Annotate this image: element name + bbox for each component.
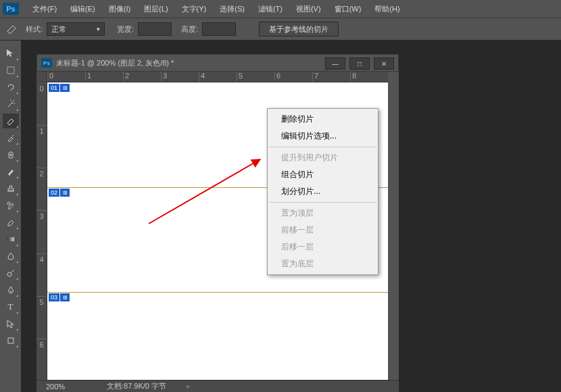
stamp-tool[interactable]	[3, 181, 19, 196]
history-brush-tool[interactable]	[3, 198, 19, 213]
svg-rect-5	[8, 338, 14, 343]
context-menu-item: 提升到用户切片	[268, 149, 378, 166]
menu-edit[interactable]: 编辑(E)	[64, 4, 102, 14]
width-label: 宽度:	[117, 24, 134, 34]
ruler-tick: 4	[199, 72, 237, 82]
menu-select[interactable]: 选择(S)	[213, 4, 251, 14]
ruler-horizontal: 012345678	[47, 72, 388, 82]
svg-point-2	[7, 202, 10, 205]
ruler-tick: 2	[123, 72, 161, 82]
menubar: Ps 文件(F) 编辑(E) 图像(I) 图层(L) 文字(Y) 选择(S) 滤…	[0, 0, 561, 18]
ruler-tick: 6	[36, 339, 47, 381]
marquee-tool[interactable]	[3, 63, 19, 78]
slice-badge[interactable]: 02⊞	[49, 189, 70, 197]
healing-tool[interactable]	[3, 147, 19, 162]
ruler-vertical: 0123456	[36, 82, 47, 381]
shape-tool[interactable]	[3, 333, 19, 348]
doc-ps-icon: Ps	[41, 58, 52, 68]
menu-filter[interactable]: 滤镜(T)	[251, 4, 289, 14]
width-input[interactable]	[138, 22, 172, 36]
app-logo: Ps	[3, 3, 19, 15]
ruler-tick: 3	[161, 72, 199, 82]
zoom-level[interactable]: 200%	[46, 383, 87, 391]
document-tab[interactable]: Ps 未标题-1 @ 200% (图层 2, 灰色/8) * — □ ✕	[36, 54, 399, 72]
ruler-tick: 6	[274, 72, 312, 82]
gradient-tool[interactable]	[3, 232, 19, 247]
slice-number: 01	[49, 84, 59, 92]
slice-divider[interactable]	[47, 292, 388, 293]
menu-type[interactable]: 文字(Y)	[175, 4, 214, 14]
context-menu-item: 置为底层	[268, 255, 378, 272]
context-menu-item: 前移一层	[268, 222, 378, 239]
slice-tool[interactable]	[3, 114, 19, 128]
slice-badge[interactable]: 03⊞	[49, 293, 70, 301]
menu-separator	[268, 147, 377, 147]
slice-type-icon: ⊞	[60, 293, 70, 301]
pen-tool[interactable]	[3, 283, 19, 297]
menu-help[interactable]: 帮助(H)	[368, 4, 406, 14]
options-bar: 样式: 正常 宽度: 高度: 基于参考线的切片	[0, 18, 561, 41]
menu-separator	[268, 202, 377, 203]
menu-layer[interactable]: 图层(L)	[137, 4, 174, 14]
svg-point-4	[7, 272, 11, 276]
status-bar: 200% 文档:87.9K/0 字节 ▸	[36, 380, 399, 392]
menu-image[interactable]: 图像(I)	[102, 4, 137, 14]
document-title: 未标题-1 @ 200% (图层 2, 灰色/8) *	[56, 58, 174, 68]
slice-tool-icon	[4, 21, 20, 37]
slice-type-icon: ⊞	[60, 84, 70, 92]
ruler-corner	[36, 72, 47, 82]
doc-size: 文档:87.9K/0 字节	[107, 381, 166, 391]
blur-tool[interactable]	[3, 249, 19, 264]
style-select[interactable]: 正常	[47, 22, 105, 36]
magic-wand-tool[interactable]	[3, 97, 19, 112]
context-menu-item[interactable]: 编辑切片选项...	[268, 128, 378, 145]
eraser-tool[interactable]	[3, 215, 19, 230]
ruler-tick: 1	[36, 125, 47, 168]
context-menu-item: 后移一层	[268, 239, 378, 255]
slice-number: 02	[49, 189, 59, 197]
move-tool[interactable]	[3, 46, 19, 61]
menu-view[interactable]: 视图(V)	[289, 4, 328, 14]
status-chevron-icon[interactable]: ▸	[187, 382, 191, 391]
context-menu-item: 置为顶层	[268, 205, 378, 222]
ruler-tick: 3	[36, 210, 47, 253]
ruler-tick: 1	[85, 72, 123, 82]
ruler-tick: 5	[237, 72, 274, 82]
slice-number: 03	[49, 293, 59, 301]
menu-file[interactable]: 文件(F)	[26, 4, 64, 14]
ruler-tick: 0	[47, 72, 85, 82]
minimize-button[interactable]: —	[325, 57, 345, 70]
close-button[interactable]: ✕	[374, 57, 394, 70]
type-tool[interactable]: T	[3, 299, 19, 314]
height-label: 高度:	[181, 24, 198, 34]
toolbox: T	[0, 41, 22, 392]
context-menu-item[interactable]: 划分切片...	[268, 183, 378, 200]
context-menu: 删除切片编辑切片选项...提升到用户切片组合切片划分切片...置为顶层前移一层后…	[267, 108, 379, 275]
maximize-button[interactable]: □	[349, 57, 370, 70]
svg-rect-3	[7, 237, 14, 241]
slice-badge[interactable]: 01⊞	[49, 84, 70, 92]
eyedropper-tool[interactable]	[3, 130, 19, 145]
slice-from-guides-button[interactable]: 基于参考线的切片	[259, 22, 339, 36]
ruler-tick: 0	[36, 82, 47, 125]
height-input[interactable]	[202, 22, 236, 36]
lasso-tool[interactable]	[3, 80, 19, 95]
ruler-tick: 7	[312, 72, 350, 82]
ruler-tick: 8	[350, 72, 388, 82]
ruler-tick: 4	[36, 253, 47, 296]
ruler-tick: 2	[36, 168, 47, 210]
context-menu-item[interactable]: 删除切片	[268, 111, 378, 128]
style-label: 样式:	[26, 24, 43, 34]
context-menu-item[interactable]: 组合切片	[268, 166, 378, 183]
dodge-tool[interactable]	[3, 266, 19, 280]
ruler-tick: 5	[36, 296, 47, 339]
brush-tool[interactable]	[3, 164, 19, 179]
svg-rect-0	[7, 67, 14, 74]
path-select-tool[interactable]	[3, 316, 19, 331]
menu-window[interactable]: 窗口(W)	[328, 4, 368, 14]
slice-type-icon: ⊞	[60, 189, 70, 197]
